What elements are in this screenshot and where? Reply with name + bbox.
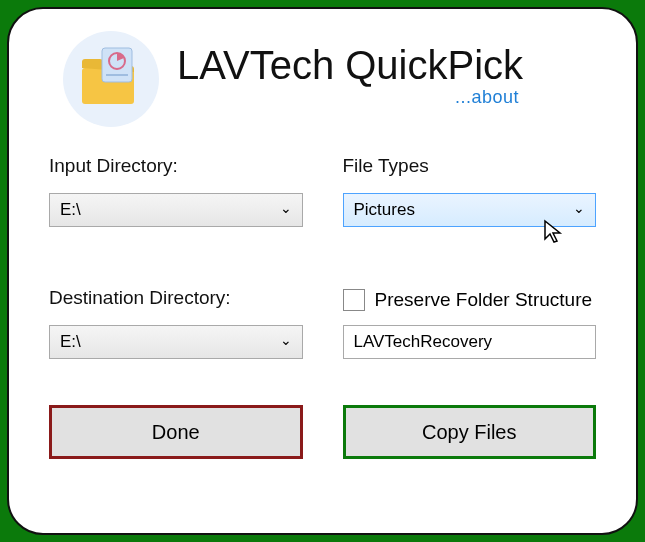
preserve-structure-checkbox[interactable]	[343, 289, 365, 311]
preserve-structure-row[interactable]: Preserve Folder Structure	[343, 287, 597, 313]
spacer	[343, 237, 597, 277]
input-directory-value: E:\	[60, 200, 81, 220]
title-block: LAVTech QuickPick ...about	[177, 31, 523, 108]
recovery-folder-input[interactable]: LAVTechRecovery	[343, 325, 597, 359]
app-window: LAVTech QuickPick ...about Input Directo…	[7, 7, 638, 535]
copy-files-button[interactable]: Copy Files	[343, 405, 597, 459]
destination-directory-label: Destination Directory:	[49, 287, 303, 309]
chevron-down-icon: ⌄	[573, 200, 585, 216]
destination-directory-combo[interactable]: E:\ ⌄	[49, 325, 303, 359]
done-button-label: Done	[152, 421, 200, 444]
input-directory-combo[interactable]: E:\ ⌄	[49, 193, 303, 227]
form-grid: Input Directory: File Types E:\ ⌄ Pictur…	[43, 155, 602, 359]
file-types-value: Pictures	[354, 200, 415, 220]
app-title: LAVTech QuickPick	[177, 43, 523, 87]
preserve-structure-label: Preserve Folder Structure	[375, 289, 593, 311]
recovery-folder-value: LAVTechRecovery	[354, 332, 493, 352]
chevron-down-icon: ⌄	[280, 332, 292, 348]
svg-rect-3	[106, 74, 128, 76]
file-types-label: File Types	[343, 155, 597, 177]
chevron-down-icon: ⌄	[280, 200, 292, 216]
spacer	[49, 237, 303, 277]
header: LAVTech QuickPick ...about	[63, 31, 602, 127]
done-button[interactable]: Done	[49, 405, 303, 459]
about-link[interactable]: ...about	[455, 87, 519, 108]
copy-files-button-label: Copy Files	[422, 421, 516, 444]
file-types-combo[interactable]: Pictures ⌄	[343, 193, 597, 227]
input-directory-label: Input Directory:	[49, 155, 303, 177]
destination-directory-value: E:\	[60, 332, 81, 352]
folder-document-icon	[76, 44, 146, 114]
button-row: Done Copy Files	[43, 405, 602, 459]
app-icon	[63, 31, 159, 127]
